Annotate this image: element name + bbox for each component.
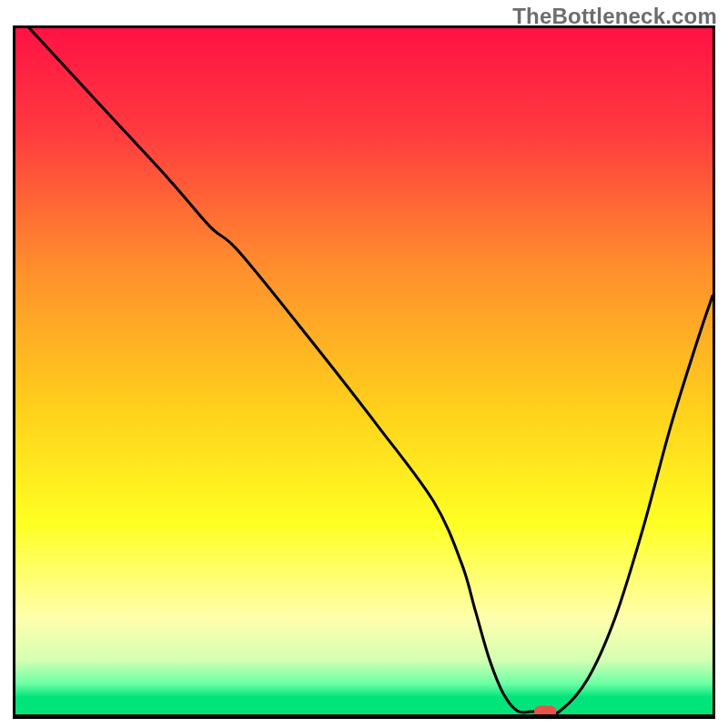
svg-rect-1 bbox=[534, 706, 557, 714]
chart-frame: TheBottleneck.com bbox=[0, 0, 728, 728]
watermark-text: TheBottleneck.com bbox=[512, 4, 717, 29]
optimum-marker bbox=[534, 706, 557, 714]
bottleneck-curve bbox=[29, 28, 713, 714]
plot-area bbox=[13, 25, 715, 719]
curve-layer bbox=[15, 28, 713, 714]
